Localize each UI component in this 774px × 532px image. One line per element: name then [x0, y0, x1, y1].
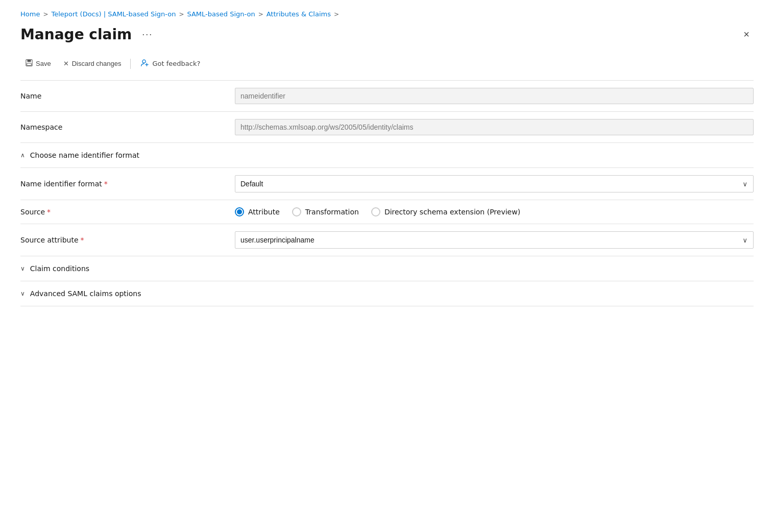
- source-transformation-option[interactable]: Transformation: [292, 207, 359, 216]
- namespace-row: Namespace: [20, 112, 754, 143]
- chevron-down-icon-1: ∨: [20, 265, 25, 272]
- breadcrumb: Home > Teleport (Docs) | SAML-based Sign…: [20, 10, 754, 18]
- source-attribute-row: Source attribute * user.userprincipalnam…: [20, 224, 754, 256]
- name-label: Name: [20, 92, 235, 100]
- breadcrumb-home[interactable]: Home: [20, 10, 40, 18]
- name-row: Name: [20, 81, 754, 112]
- claim-conditions-label: Claim conditions: [30, 264, 89, 273]
- attribute-label: Attribute: [248, 208, 280, 216]
- toolbar-divider: [130, 59, 131, 69]
- chevron-down-icon-2: ∨: [20, 290, 25, 297]
- transformation-radio-circle[interactable]: [292, 207, 301, 216]
- feedback-button[interactable]: Got feedback?: [135, 55, 205, 72]
- claim-conditions-toggle[interactable]: ∨ Claim conditions: [20, 256, 754, 281]
- svg-rect-1: [28, 60, 31, 62]
- breadcrumb-saml[interactable]: SAML-based Sign-on: [187, 10, 255, 18]
- source-attribute-option[interactable]: Attribute: [235, 207, 280, 216]
- directory-label: Directory schema extension (Preview): [384, 208, 520, 216]
- feedback-label: Got feedback?: [152, 60, 200, 67]
- toolbar: Save ✕ Discard changes Got feedback?: [20, 55, 754, 81]
- advanced-saml-toggle[interactable]: ∨ Advanced SAML claims options: [20, 281, 754, 306]
- page-header: Manage claim ··· ×: [20, 26, 754, 43]
- directory-radio-circle[interactable]: [371, 207, 380, 216]
- save-icon: [26, 59, 33, 68]
- source-label: Source *: [20, 208, 235, 216]
- source-attribute-label: Source attribute *: [20, 236, 235, 244]
- name-control: [235, 88, 754, 104]
- save-label: Save: [36, 60, 51, 67]
- breadcrumb-sep-3: >: [258, 11, 263, 18]
- source-directory-option[interactable]: Directory schema extension (Preview): [371, 207, 520, 216]
- breadcrumb-sep-2: >: [179, 11, 184, 18]
- source-attr-required-marker: *: [81, 236, 84, 244]
- required-marker: *: [104, 180, 108, 188]
- page-header-left: Manage claim ···: [20, 26, 157, 43]
- source-required-marker: *: [47, 208, 51, 216]
- breadcrumb-sep-1: >: [43, 11, 48, 18]
- source-attribute-select[interactable]: user.userprincipalname user.email user.d…: [235, 231, 754, 249]
- breadcrumb-sep-4: >: [334, 11, 339, 18]
- chevron-up-icon: ∧: [20, 152, 25, 159]
- namespace-control: [235, 119, 754, 135]
- choose-format-label: Choose name identifier format: [30, 151, 139, 159]
- discard-button[interactable]: ✕ Discard changes: [58, 57, 127, 70]
- svg-point-3: [142, 60, 146, 63]
- discard-icon: ✕: [63, 60, 69, 67]
- name-identifier-format-select[interactable]: Default Email address Persistent Transie…: [235, 175, 754, 192]
- choose-format-toggle[interactable]: ∧ Choose name identifier format: [20, 143, 754, 168]
- save-button[interactable]: Save: [20, 56, 56, 71]
- breadcrumb-attributes[interactable]: Attributes & Claims: [267, 10, 331, 18]
- name-identifier-format-wrapper: Default Email address Persistent Transie…: [235, 175, 754, 192]
- name-identifier-format-label: Name identifier format *: [20, 180, 235, 188]
- name-identifier-format-control: Default Email address Persistent Transie…: [235, 175, 754, 192]
- advanced-saml-label: Advanced SAML claims options: [30, 289, 141, 298]
- feedback-icon: [140, 58, 149, 69]
- attribute-radio-circle[interactable]: [235, 207, 244, 216]
- close-button[interactable]: ×: [739, 27, 754, 42]
- source-row: Source * Attribute Transformation Direct…: [20, 200, 754, 224]
- source-control: Attribute Transformation Directory schem…: [235, 207, 754, 216]
- name-identifier-format-row: Name identifier format * Default Email a…: [20, 168, 754, 200]
- source-attribute-control: user.userprincipalname user.email user.d…: [235, 231, 754, 249]
- svg-rect-2: [27, 63, 32, 65]
- namespace-input[interactable]: [235, 119, 754, 135]
- transformation-label: Transformation: [305, 208, 359, 216]
- page-title: Manage claim: [20, 26, 132, 43]
- breadcrumb-teleport[interactable]: Teleport (Docs) | SAML-based Sign-on: [51, 10, 176, 18]
- source-radio-group: Attribute Transformation Directory schem…: [235, 207, 754, 216]
- page-container: Home > Teleport (Docs) | SAML-based Sign…: [0, 0, 774, 532]
- source-attribute-wrapper: user.userprincipalname user.email user.d…: [235, 231, 754, 249]
- name-input[interactable]: [235, 88, 754, 104]
- discard-label: Discard changes: [72, 60, 122, 67]
- namespace-label: Namespace: [20, 123, 235, 131]
- more-options-button[interactable]: ···: [138, 27, 157, 42]
